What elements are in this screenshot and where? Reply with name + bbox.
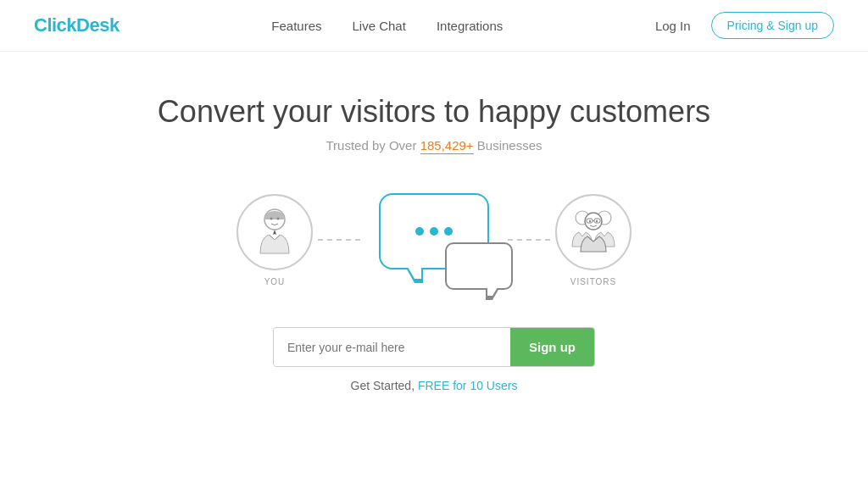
hero-title: Convert your visitors to happy customers [158, 94, 710, 130]
header-actions: Log In Pricing & Sign up [655, 12, 834, 39]
you-avatar [236, 194, 313, 270]
visitors-label: VISITORS [570, 277, 617, 286]
subtitle-number: 185,429+ [420, 138, 474, 154]
email-input[interactable] [274, 329, 510, 366]
you-group: YOU [236, 194, 313, 286]
main-content: Convert your visitors to happy customers… [0, 52, 868, 418]
free-link[interactable]: FREE for 10 Users [418, 379, 517, 392]
visitors-avatar-svg [564, 203, 623, 262]
dot-3 [444, 227, 453, 236]
site-header: ClickDesk Features Live Chat Integration… [0, 0, 868, 52]
free-prefix: Get Started, [351, 379, 418, 392]
chat-dots [415, 227, 453, 236]
nav-features[interactable]: Features [271, 19, 321, 33]
logo-desk: Desk [76, 14, 120, 36]
free-text: Get Started, FREE for 10 Users [351, 379, 518, 392]
svg-point-6 [589, 219, 591, 221]
svg-point-1 [270, 217, 273, 219]
nav-integrations[interactable]: Integrations [437, 19, 503, 33]
illustration: YOU [236, 193, 632, 286]
subtitle-prefix: Trusted by Over [326, 138, 420, 153]
hero-subtitle: Trusted by Over 185,429+ Businesses [326, 138, 542, 153]
subtitle-suffix: Businesses [474, 138, 542, 153]
pricing-signup-button[interactable]: Pricing & Sign up [711, 12, 834, 39]
visitors-avatar [555, 194, 632, 270]
you-avatar-svg [245, 203, 304, 262]
chat-bubble-wrap [379, 193, 489, 286]
dashed-line-right [508, 239, 550, 241]
signup-submit-button[interactable]: Sign up [510, 328, 594, 366]
dot-1 [415, 227, 424, 236]
svg-point-2 [277, 217, 280, 219]
you-label: YOU [264, 277, 286, 286]
visitors-group: VISITORS [555, 194, 632, 286]
chat-bubble-secondary [445, 242, 513, 290]
nav-live-chat[interactable]: Live Chat [353, 19, 406, 33]
dashed-line-left [318, 239, 360, 241]
signup-form: Sign up [273, 327, 595, 367]
logo-click: Click [34, 14, 76, 36]
logo[interactable]: ClickDesk [34, 14, 120, 36]
dot-2 [430, 227, 438, 236]
main-nav: Features Live Chat Integrations [271, 19, 503, 33]
svg-point-7 [596, 219, 598, 221]
login-link[interactable]: Log In [655, 19, 691, 33]
